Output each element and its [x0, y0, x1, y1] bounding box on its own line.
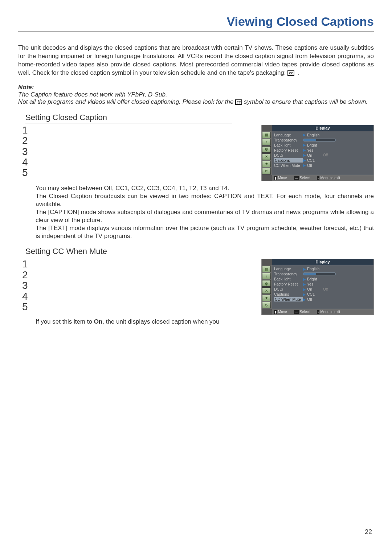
- page-number: 22: [365, 528, 372, 536]
- tab-icon-picture: ▦: [262, 266, 271, 272]
- section2-detail-b: , the unit displays closed caption when …: [102, 318, 219, 325]
- osd-row-factory: Factory Reset▶Yes: [274, 148, 371, 153]
- section1-divider: [25, 123, 232, 123]
- tab-icon-lock: ⟳: [262, 302, 271, 308]
- osd-row-backlight: Back light▶Bright: [274, 143, 371, 148]
- osd-row-ccmute: CC When Mute▶Off: [274, 163, 371, 168]
- tab-icon-audio: ♪: [262, 273, 271, 279]
- note-block: Note: The Caption feature does not work …: [18, 84, 374, 106]
- page-title: Viewing Closed Captions: [18, 15, 374, 32]
- osd-row-language: Language▶English: [274, 266, 371, 271]
- section2-detail-a: If you set this item to: [36, 318, 94, 325]
- section1-detail: You may select between Off, CC1, CC2, CC…: [36, 184, 374, 241]
- nav-icon: ▫: [317, 310, 319, 314]
- tab-icon-setup: ✕: [262, 153, 271, 160]
- section2-steps: 1 2 3 4 5 Display ▦ ♪ ψ ✕ ★ ⟳ Language▶E…: [20, 259, 374, 317]
- nav-icon: ▮: [274, 310, 277, 314]
- section1-steps: 1 2 3 4 5 Display ▦ ♪ ψ ✕ ★ ⟳ Language▶E…: [20, 125, 374, 183]
- cc-symbol-icon: cc: [235, 99, 242, 105]
- tab-icon-favorite: ★: [262, 161, 271, 167]
- osd-row-transparency: Transparency: [274, 138, 371, 143]
- section2-detail-bold: On: [94, 318, 103, 325]
- osd-row-dcdi: DCDi▶OnOff: [274, 153, 371, 158]
- nav-icon: ▫: [317, 176, 319, 180]
- tab-icon-setup: ✕: [262, 287, 271, 294]
- section2-detail: If you set this item to On, the unit dis…: [36, 318, 374, 325]
- nav-icon: —: [294, 176, 299, 180]
- tab-icon-favorite: ★: [262, 295, 271, 301]
- osd-row-dcdi: DCDi▶OnOff: [274, 287, 371, 292]
- note-label: Note:: [18, 84, 374, 91]
- note-line-2b: symbol to ensure that captions will be s…: [244, 98, 368, 105]
- osd-tabs: ▦ ♪ ψ ✕ ★ ⟳: [262, 131, 272, 175]
- slider-icon: [303, 139, 336, 141]
- osd-header: Display: [272, 259, 373, 265]
- cc-symbol-icon: cc: [287, 70, 294, 76]
- osd-footer: ▮Move —Select ▫Menu to exit: [272, 175, 373, 181]
- osd-tabs: ▦ ♪ ψ ✕ ★ ⟳: [262, 265, 272, 309]
- osd-menu-captions: Display ▦ ♪ ψ ✕ ★ ⟳ Language▶English Tra…: [261, 125, 374, 181]
- osd-menu-ccmute: Display ▦ ♪ ψ ✕ ★ ⟳ Language▶English Tra…: [261, 259, 374, 315]
- intro-paragraph: The unit decodes and displays the closed…: [18, 44, 374, 77]
- osd-row-backlight: Back light▶Bright: [274, 276, 371, 282]
- slider-icon: [303, 272, 336, 275]
- intro-text: The unit decodes and displays the closed…: [18, 44, 374, 76]
- osd-header: Display: [272, 125, 373, 131]
- osd-row-captions-selected: Captions▶CC1: [274, 158, 371, 163]
- osd-row-transparency: Transparency: [274, 271, 371, 276]
- osd-footer: ▮Move —Select ▫Menu to exit: [272, 309, 373, 315]
- section2-title: Setting CC When Mute: [25, 247, 374, 256]
- tab-icon-audio: ♪: [262, 139, 271, 145]
- osd-row-factory: Factory Reset▶Yes: [274, 282, 371, 287]
- section2-divider: [25, 257, 232, 257]
- osd-row-captions: Captions▶CC1: [274, 292, 371, 297]
- tab-icon-tuning: ψ: [262, 280, 271, 287]
- osd-row-ccmute-selected: CC When Mute▶Off: [274, 297, 371, 302]
- note-line-2a: Not all the programs and videos will off…: [18, 98, 233, 105]
- tab-icon-picture: ▦: [262, 132, 271, 138]
- tab-icon-lock: ⟳: [262, 168, 271, 175]
- note-line-1: The Caption feature does not work with Y…: [18, 91, 374, 98]
- note-line-2: Not all the programs and videos will off…: [18, 98, 374, 106]
- nav-icon: ▮: [274, 176, 277, 180]
- nav-icon: —: [294, 310, 299, 314]
- osd-row-language: Language▶English: [274, 132, 371, 138]
- section1-title: Setting Closed Caption: [25, 113, 374, 122]
- tab-icon-tuning: ψ: [262, 146, 271, 153]
